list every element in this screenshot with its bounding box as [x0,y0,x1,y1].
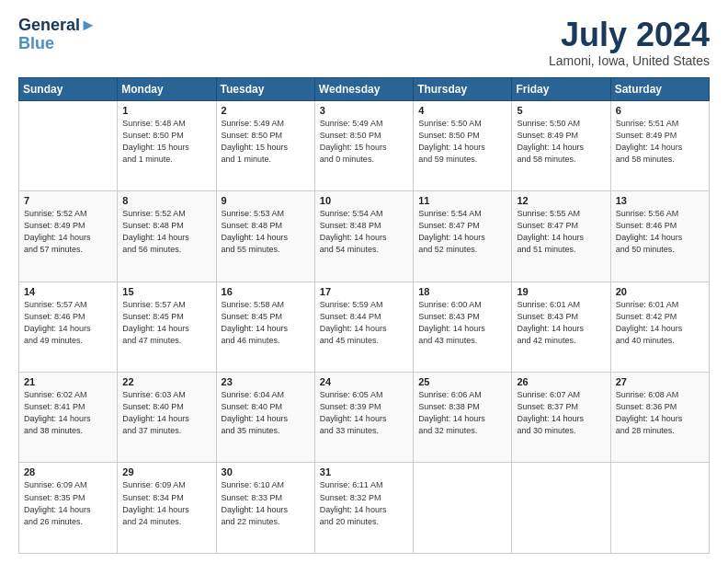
calendar-cell: 21Sunrise: 6:02 AMSunset: 8:41 PMDayligh… [19,373,118,463]
calendar-cell: 13Sunrise: 5:56 AMSunset: 8:46 PMDayligh… [610,191,709,282]
day-info: Sunrise: 6:09 AMSunset: 8:35 PMDaylight:… [24,479,112,527]
calendar-cell: 14Sunrise: 5:57 AMSunset: 8:46 PMDayligh… [19,282,118,372]
day-info: Sunrise: 5:54 AMSunset: 8:47 PMDaylight:… [418,208,506,256]
calendar-cell: 28Sunrise: 6:09 AMSunset: 8:35 PMDayligh… [19,463,118,554]
day-number: 15 [122,286,210,297]
day-info: Sunrise: 5:54 AMSunset: 8:48 PMDaylight:… [320,208,408,256]
day-number: 31 [320,466,408,477]
day-info: Sunrise: 6:01 AMSunset: 8:42 PMDaylight:… [616,299,704,347]
day-number: 19 [517,286,605,297]
calendar-week-row: 14Sunrise: 5:57 AMSunset: 8:46 PMDayligh… [19,282,710,372]
day-info: Sunrise: 5:50 AMSunset: 8:49 PMDaylight:… [517,118,605,166]
day-number: 28 [24,466,112,477]
calendar-cell: 18Sunrise: 6:00 AMSunset: 8:43 PMDayligh… [414,282,512,372]
day-info: Sunrise: 5:49 AMSunset: 8:50 PMDaylight:… [222,118,310,166]
calendar-cell: 23Sunrise: 6:04 AMSunset: 8:40 PMDayligh… [216,373,314,463]
calendar-cell: 3Sunrise: 5:49 AMSunset: 8:50 PMDaylight… [314,100,413,190]
header: General►Blue July 2024 Lamoni, Iowa, Uni… [18,17,710,68]
calendar-cell [19,100,118,190]
calendar-week-row: 1Sunrise: 5:48 AMSunset: 8:50 PMDaylight… [19,100,710,190]
weekday-header-cell: Friday [512,77,610,100]
calendar-cell: 19Sunrise: 6:01 AMSunset: 8:43 PMDayligh… [512,282,610,372]
day-info: Sunrise: 5:51 AMSunset: 8:49 PMDaylight:… [616,118,704,166]
day-number: 8 [122,195,210,206]
calendar-cell: 24Sunrise: 6:05 AMSunset: 8:39 PMDayligh… [314,373,413,463]
day-info: Sunrise: 5:50 AMSunset: 8:50 PMDaylight:… [418,118,506,166]
day-info: Sunrise: 6:04 AMSunset: 8:40 PMDaylight:… [222,389,310,437]
calendar-cell: 26Sunrise: 6:07 AMSunset: 8:37 PMDayligh… [512,373,610,463]
calendar-cell: 1Sunrise: 5:48 AMSunset: 8:50 PMDaylight… [118,100,216,190]
calendar-cell: 9Sunrise: 5:53 AMSunset: 8:48 PMDaylight… [216,191,314,282]
day-info: Sunrise: 6:03 AMSunset: 8:40 PMDaylight:… [122,389,210,437]
weekday-header-cell: Tuesday [216,77,314,100]
calendar-cell: 7Sunrise: 5:52 AMSunset: 8:49 PMDaylight… [19,191,118,282]
weekday-header-cell: Saturday [610,77,709,100]
day-number: 25 [418,376,506,387]
calendar-cell: 29Sunrise: 6:09 AMSunset: 8:34 PMDayligh… [118,463,216,554]
day-number: 22 [122,376,210,387]
calendar-cell: 22Sunrise: 6:03 AMSunset: 8:40 PMDayligh… [118,373,216,463]
calendar-cell: 5Sunrise: 5:50 AMSunset: 8:49 PMDaylight… [512,100,610,190]
calendar-cell: 30Sunrise: 6:10 AMSunset: 8:33 PMDayligh… [216,463,314,554]
logo-text: General►Blue [18,17,97,53]
day-info: Sunrise: 5:48 AMSunset: 8:50 PMDaylight:… [122,118,210,166]
weekday-header-cell: Thursday [414,77,512,100]
day-number: 4 [418,105,506,116]
title-block: July 2024 Lamoni, Iowa, United States [549,17,710,68]
day-info: Sunrise: 6:00 AMSunset: 8:43 PMDaylight:… [418,299,506,347]
calendar-cell: 11Sunrise: 5:54 AMSunset: 8:47 PMDayligh… [414,191,512,282]
calendar-cell [512,463,610,554]
calendar-cell: 20Sunrise: 6:01 AMSunset: 8:42 PMDayligh… [610,282,709,372]
day-info: Sunrise: 5:56 AMSunset: 8:46 PMDaylight:… [616,208,704,256]
day-info: Sunrise: 5:57 AMSunset: 8:46 PMDaylight:… [24,299,112,347]
page: General►Blue July 2024 Lamoni, Iowa, Uni… [0,0,728,563]
day-number: 27 [616,376,704,387]
calendar-week-row: 21Sunrise: 6:02 AMSunset: 8:41 PMDayligh… [19,373,710,463]
weekday-header-cell: Sunday [19,77,118,100]
location-title: Lamoni, Iowa, United States [549,53,710,68]
calendar-cell: 4Sunrise: 5:50 AMSunset: 8:50 PMDaylight… [414,100,512,190]
day-number: 9 [222,195,310,206]
day-info: Sunrise: 6:02 AMSunset: 8:41 PMDaylight:… [24,389,112,437]
calendar-table: SundayMondayTuesdayWednesdayThursdayFrid… [18,77,710,554]
day-number: 26 [517,376,605,387]
calendar-cell [414,463,512,554]
calendar-cell: 17Sunrise: 5:59 AMSunset: 8:44 PMDayligh… [314,282,413,372]
day-info: Sunrise: 5:57 AMSunset: 8:45 PMDaylight:… [122,299,210,347]
day-info: Sunrise: 5:52 AMSunset: 8:48 PMDaylight:… [122,208,210,256]
weekday-header-cell: Wednesday [314,77,413,100]
day-info: Sunrise: 6:06 AMSunset: 8:38 PMDaylight:… [418,389,506,437]
logo: General►Blue [18,17,97,53]
day-number: 11 [418,195,506,206]
calendar-cell: 10Sunrise: 5:54 AMSunset: 8:48 PMDayligh… [314,191,413,282]
day-number: 18 [418,286,506,297]
weekday-header-row: SundayMondayTuesdayWednesdayThursdayFrid… [19,77,710,100]
day-number: 10 [320,195,408,206]
day-number: 21 [24,376,112,387]
calendar-cell: 25Sunrise: 6:06 AMSunset: 8:38 PMDayligh… [414,373,512,463]
day-number: 2 [222,105,310,116]
day-number: 3 [320,105,408,116]
day-info: Sunrise: 6:05 AMSunset: 8:39 PMDaylight:… [320,389,408,437]
day-info: Sunrise: 6:10 AMSunset: 8:33 PMDaylight:… [222,479,310,527]
day-info: Sunrise: 5:58 AMSunset: 8:45 PMDaylight:… [222,299,310,347]
calendar-week-row: 28Sunrise: 6:09 AMSunset: 8:35 PMDayligh… [19,463,710,554]
day-number: 13 [616,195,704,206]
calendar-week-row: 7Sunrise: 5:52 AMSunset: 8:49 PMDaylight… [19,191,710,282]
day-number: 20 [616,286,704,297]
day-number: 17 [320,286,408,297]
calendar-cell: 6Sunrise: 5:51 AMSunset: 8:49 PMDaylight… [610,100,709,190]
day-info: Sunrise: 5:59 AMSunset: 8:44 PMDaylight:… [320,299,408,347]
day-info: Sunrise: 5:52 AMSunset: 8:49 PMDaylight:… [24,208,112,256]
calendar-cell: 31Sunrise: 6:11 AMSunset: 8:32 PMDayligh… [314,463,413,554]
day-info: Sunrise: 6:09 AMSunset: 8:34 PMDaylight:… [122,479,210,527]
day-info: Sunrise: 6:08 AMSunset: 8:36 PMDaylight:… [616,389,704,437]
calendar-cell: 27Sunrise: 6:08 AMSunset: 8:36 PMDayligh… [610,373,709,463]
day-info: Sunrise: 6:01 AMSunset: 8:43 PMDaylight:… [517,299,605,347]
day-number: 23 [222,376,310,387]
day-number: 1 [122,105,210,116]
calendar-cell: 12Sunrise: 5:55 AMSunset: 8:47 PMDayligh… [512,191,610,282]
day-number: 6 [616,105,704,116]
day-info: Sunrise: 6:07 AMSunset: 8:37 PMDaylight:… [517,389,605,437]
day-number: 5 [517,105,605,116]
